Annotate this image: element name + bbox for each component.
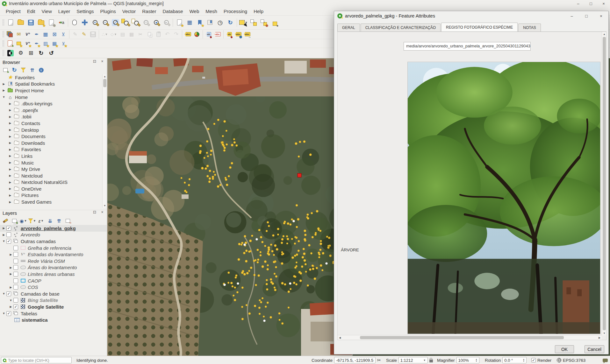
expander-icon[interactable]: ▶	[1, 82, 6, 86]
expander-icon[interactable]: ▶	[8, 148, 13, 151]
menu-layer[interactable]: Layer	[55, 8, 74, 15]
browser-item--openjfx[interactable]: ▶.openjfx	[0, 107, 101, 114]
expander-icon[interactable]: ▼	[1, 95, 6, 99]
expander-icon[interactable]: ▶	[8, 305, 13, 308]
change-label-button[interactable]: abc→	[243, 30, 251, 38]
maximize-button[interactable]: □	[585, 0, 597, 7]
pin-labels-button[interactable]: ab	[205, 30, 213, 38]
rotation-spinbox[interactable]: 0.0 °▲▼	[502, 357, 527, 363]
magnifier-spinbox[interactable]: 100%▲▼	[456, 357, 479, 363]
layer-item-grelha-de-referencia[interactable]: Grelha de referencia	[0, 245, 107, 251]
menu-project[interactable]: Project	[3, 8, 24, 15]
layer-item-camadas-de-base[interactable]: ▼✓Camadas de base	[0, 290, 107, 297]
expander-icon[interactable]: ▶	[8, 266, 13, 269]
toggle-editing-button[interactable]: ✎	[80, 30, 88, 38]
collapse-all-button[interactable]: ⇈	[28, 66, 36, 74]
open-layer-styling-button[interactable]	[2, 217, 9, 225]
mergin-new-project-button[interactable]: ⊞	[26, 48, 36, 58]
dialog-minimize-button[interactable]: –	[564, 11, 579, 21]
layer-item-outras-camadas[interactable]: ▼✓Outras camadas	[0, 238, 107, 245]
layer-item-sistematica[interactable]: sistematica	[0, 317, 107, 323]
dialog-close-button[interactable]: ×	[594, 11, 608, 21]
toolbar-grip[interactable]	[2, 50, 4, 57]
layer-labeling-button[interactable]: abc	[184, 30, 192, 38]
browser-item-favorites[interactable]: ▶Favorites	[0, 146, 101, 153]
layer-item-tabelas[interactable]: ▼✓Tabelas	[0, 310, 107, 317]
browser-float-button[interactable]: ⊡	[92, 59, 97, 64]
expander-icon[interactable]: ▶	[8, 161, 13, 164]
add-selected-layers-button[interactable]: +	[2, 66, 9, 74]
layer-visibility-checkbox[interactable]	[13, 246, 18, 250]
new-3d-map-view-button[interactable]: ▦	[185, 18, 194, 27]
browser-item-desktop[interactable]: ▶Desktop	[0, 127, 101, 133]
expander-icon[interactable]: ▶	[8, 135, 13, 138]
browser-item-onedrive[interactable]: ▶OneDrive	[0, 186, 101, 192]
expander-icon[interactable]: ▶	[8, 102, 13, 105]
filter-legend-button[interactable]: ▼	[28, 217, 36, 225]
metasearch-button[interactable]: ✉	[15, 30, 23, 38]
crs-group[interactable]: EPSG:3763	[557, 356, 585, 364]
layer-visibility-checkbox[interactable]	[13, 298, 18, 303]
layer-visibility-checkbox[interactable]	[13, 278, 18, 283]
expand-all-button[interactable]: ⇊	[46, 217, 54, 225]
cancel-button[interactable]: Cancel	[585, 345, 604, 353]
expander-icon[interactable]: ▶	[8, 187, 13, 190]
mergin-configure-button[interactable]: ⚙	[16, 48, 25, 58]
browser-item-links[interactable]: ▶Links	[0, 153, 101, 159]
expander-icon[interactable]: ▶	[8, 253, 13, 256]
browser-item-documents[interactable]: ▶Documents	[0, 133, 101, 140]
browser-item-spatial-bookmarks[interactable]: ▶Spatial Bookmarks	[0, 81, 101, 88]
open-project-button[interactable]	[16, 18, 25, 27]
messages-group[interactable]	[603, 356, 608, 364]
browser-item-saved-games[interactable]: ▶Saved Games	[0, 199, 101, 205]
tab-geral[interactable]: GERAL	[337, 24, 360, 32]
select-features-by-value-button[interactable]: ▼	[249, 18, 258, 27]
expander-icon[interactable]: ▶	[8, 181, 13, 184]
expander-icon[interactable]: ▶	[8, 194, 13, 197]
layer-visibility-checkbox[interactable]	[6, 232, 11, 237]
tab-registo-fotogr-fico-esp-cime[interactable]: REGISTO FOTOGRÁFICO ESPÉCIME	[441, 23, 518, 32]
browser-item-nextcloud-naturalgis[interactable]: ▶Nextcloud NaturalGIS	[0, 179, 101, 186]
layer-visibility-checkbox[interactable]: ✓	[6, 311, 11, 316]
layer-visibility-checkbox[interactable]	[13, 285, 18, 290]
expander-icon[interactable]: ▶	[1, 227, 6, 230]
refresh-browser-button[interactable]: ↻	[11, 66, 18, 74]
add-group-button[interactable]: +	[11, 217, 18, 225]
layer-visibility-checkbox[interactable]	[13, 259, 18, 263]
layer-item-arvoredo[interactable]: ▶Arvoredo	[0, 232, 107, 238]
browser-item--tobii[interactable]: ▶.tobii	[0, 114, 101, 120]
expander-icon[interactable]: ▶	[8, 108, 13, 112]
minimize-button[interactable]: –	[572, 0, 585, 7]
expander-icon[interactable]: ▶	[1, 233, 6, 236]
filter-browser-button[interactable]	[19, 66, 27, 74]
menu-vector[interactable]: Vector	[119, 8, 139, 15]
layer-visibility-checkbox[interactable]: ✓	[6, 239, 11, 244]
add-spatialite-layer-button[interactable]: ✒	[32, 30, 41, 38]
layer-visibility-checkbox[interactable]	[13, 272, 18, 276]
browser-item-home[interactable]: ▼⌂Home	[0, 94, 101, 101]
toolbar-grip[interactable]	[2, 19, 4, 26]
new-gpx-layer-button[interactable]: ▥★	[41, 39, 50, 48]
expander-icon[interactable]: ▶	[8, 168, 13, 171]
menu-mesh[interactable]: Mesh	[202, 8, 220, 15]
layer-item-rede-vi-ria-osm[interactable]: Rede Viária OSM	[0, 258, 107, 264]
add-vector-layer-button[interactable]: V°	[24, 30, 32, 38]
new-shapefile-layer-button[interactable]: V°★	[24, 39, 32, 48]
new-virtual-layer-button[interactable]: ⊻★	[59, 39, 68, 48]
lock-scale-icon[interactable]	[429, 360, 433, 362]
layer-item-caop[interactable]: CAOP	[0, 277, 107, 284]
browser-item-pictures[interactable]: ▶Pictures	[0, 192, 101, 199]
expander-icon[interactable]: ▼	[1, 312, 6, 315]
pan-map-button[interactable]	[70, 18, 79, 27]
expander-icon[interactable]: ▼	[1, 292, 6, 295]
select-by-location-button[interactable]: ●▼	[269, 18, 279, 27]
filter-by-expression-button[interactable]: ε▼	[37, 217, 45, 225]
extents-toggle-icon[interactable]: ✂	[377, 358, 381, 363]
temporal-controller-button[interactable]: ◷	[215, 18, 225, 27]
manage-map-themes-button[interactable]: ◉▼	[19, 217, 27, 225]
refresh-map-button[interactable]: ↻	[226, 18, 235, 27]
enable-disable-properties-button[interactable]: i	[37, 66, 45, 74]
layer-item-bing-satellite[interactable]: ▼Bing Satellite	[0, 297, 107, 304]
pan-to-selection-button[interactable]	[80, 18, 90, 27]
show-spatial-bookmarks-button[interactable]	[205, 18, 215, 27]
